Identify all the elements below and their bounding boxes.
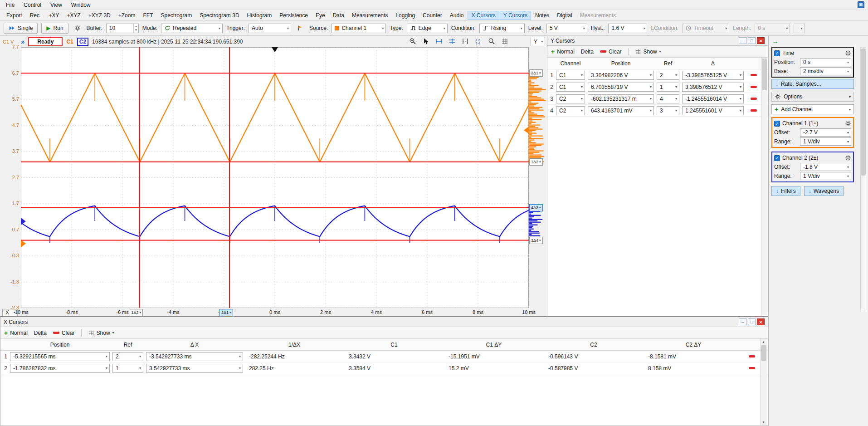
channel1-badge[interactable]: C1 [66,39,73,45]
cursor-ref-dropdown[interactable]: 2▾ [112,352,143,361]
channel1-offset-dropdown[interactable]: -2.7 V▾ [800,128,851,137]
cursor-ref-dropdown[interactable]: 4▾ [657,94,679,103]
channel1-range-dropdown[interactable]: 1 V/div▾ [800,137,851,146]
cursor-ref-dropdown[interactable]: 1▾ [112,364,143,373]
menu-control[interactable]: Control [20,1,45,9]
minimize-icon[interactable]: – [739,37,746,44]
buffer-spinner[interactable]: 10 ▴▾ [106,24,139,33]
tab-measurements[interactable]: Measurements [348,11,391,20]
tab-x-cursors[interactable]: X Cursors [468,11,499,20]
restore-icon[interactable]: □ [748,37,756,44]
cursor-delta-dropdown[interactable]: 1.245551601 V▾ [682,106,744,115]
tab-y-cursors[interactable]: Y Cursors [500,11,531,20]
channel1-checkbox[interactable]: ✓ [774,121,780,127]
expand-arrow-icon[interactable]: → [772,37,779,45]
scrollbar-thumb[interactable] [761,345,766,361]
cursor-position-dropdown[interactable]: 3.304982206 V▾ [588,71,654,80]
trigger-flag-icon[interactable] [295,23,306,34]
tab-data[interactable]: Data [329,11,348,20]
tab-audio[interactable]: Audio [446,11,468,20]
channel2-offset-dropdown[interactable]: -1.8 V▾ [800,163,851,171]
source-dropdown[interactable]: Channel 1▾ [332,24,386,33]
close-icon[interactable]: × [757,318,765,325]
remove-cursor-button[interactable] [751,86,757,88]
mode-dropdown[interactable]: Repeated▾ [161,24,223,33]
show-menu-button[interactable]: Show▾ [88,330,114,336]
delta-cursor-button[interactable]: Delta [581,49,594,55]
time-checkbox[interactable]: ✓ [774,50,780,56]
tab-logging[interactable]: Logging [392,11,419,20]
channel2-badge[interactable]: C2 [77,38,88,46]
add-normal-cursor-button[interactable]: +Normal [4,329,28,337]
channel2-checkbox[interactable]: ✓ [774,155,780,161]
window-icon[interactable] [858,1,864,8]
remove-cursor-button[interactable] [751,109,757,112]
options-button[interactable]: Options ▾ [771,92,854,102]
type-dropdown[interactable]: Edge▾ [407,24,448,33]
remove-cursor-button[interactable] [751,74,757,76]
cursor-delta-dropdown[interactable]: -1.2455516014 V▾ [682,94,744,103]
cursor-ref-dropdown[interactable]: 1▾ [657,83,679,92]
restore-icon[interactable]: □ [748,318,756,325]
cursor-channel-dropdown[interactable]: C1▾ [556,71,585,80]
tab-notes[interactable]: Notes [532,11,553,20]
tab-zoom[interactable]: +Zoom [115,11,139,20]
tab-rec[interactable]: Rec. [26,11,45,20]
channel2-range-dropdown[interactable]: 1 V/div▾ [800,172,851,180]
oscilloscope-plot[interactable] [21,47,529,308]
tab-spectrogram3d[interactable]: Spectrogram 3D [196,11,243,20]
cursor-channel-dropdown[interactable]: C2▾ [556,94,585,103]
scrollbar[interactable] [860,47,866,310]
level-dropdown[interactable]: 5 V▾ [546,24,587,33]
wavegens-button[interactable]: ↓Wavegens [804,186,844,196]
fit-horizontal-icon[interactable] [434,37,444,46]
minimize-icon[interactable]: – [739,318,746,325]
single-button[interactable]: Single [4,23,38,34]
filters-button[interactable]: ↓Filters [771,186,800,196]
tab-histogram[interactable]: Histogram [244,11,276,20]
remove-cursor-button[interactable] [751,98,757,100]
tab-persistence[interactable]: Persistence [276,11,312,20]
tab-xyz3d[interactable]: +XYZ 3D [85,11,114,20]
add-channel-button[interactable]: + Add Channel ▾ [771,104,854,114]
cursor-position-dropdown[interactable]: 643.4163701 mV▾ [588,106,654,115]
tab-xy[interactable]: +XY [45,11,63,20]
rate-samples-button[interactable]: ↓ Rate, Samples... [771,79,854,89]
close-icon[interactable]: × [757,37,765,44]
x-cursors-titlebar[interactable]: X Cursors – □ × [0,317,768,327]
cursor-channel-dropdown[interactable]: C1▾ [556,83,585,92]
tab-digital[interactable]: Digital [553,11,575,20]
advance-arrow-icon[interactable]: » [21,38,24,45]
zoom-in-icon[interactable] [408,37,417,46]
spinner-arrows-icon[interactable]: ▴▾ [133,24,138,33]
zoom-icon[interactable] [487,37,496,46]
scrollbar[interactable] [761,58,767,315]
menu-file[interactable]: File [2,1,19,9]
menu-window[interactable]: Window [67,1,95,9]
run-button[interactable]: ▶ Run [41,23,68,34]
tab-xyz[interactable]: +XYZ [63,11,84,20]
cursor-delta-dropdown[interactable]: -3.3985765125 V▾ [682,71,744,80]
cursor-position-dropdown[interactable]: -602.135231317 m▾ [588,94,654,103]
cursor-delta-dropdown[interactable]: 3.398576512 V▾ [682,83,744,92]
show-menu-button[interactable]: Show▾ [635,49,661,55]
remove-cursor-button[interactable] [749,355,755,357]
tab-spectrogram[interactable]: Spectrogram [157,11,195,20]
y-axis-dropdown[interactable]: Y▾ [531,37,545,46]
align-icon[interactable] [448,37,457,46]
tab-export[interactable]: Export [3,11,26,20]
scroll-down-icon[interactable]: ▼ [761,419,766,425]
acquisition-gear-button[interactable] [72,23,83,34]
gear-icon[interactable] [845,120,851,127]
condition-dropdown[interactable]: Rising▾ [479,24,525,33]
scrollbar-thumb[interactable] [762,59,767,90]
gear-icon[interactable] [845,50,851,56]
scroll-up-icon[interactable]: ▲ [761,339,766,345]
scrollbar[interactable]: ▲ ▼ [760,339,767,425]
cursor-position-dropdown[interactable]: -1.786287832 ms▾ [10,364,110,373]
cursor-position-dropdown[interactable]: 6.703558719 V▾ [588,83,654,92]
gear-icon[interactable] [845,155,851,161]
grid-settings-icon[interactable] [500,37,509,46]
y-cursor-marker[interactable]: 1Δ2▾ [529,158,543,166]
cursor-dx-dropdown[interactable]: -3.542927733 ms▾ [146,352,243,361]
